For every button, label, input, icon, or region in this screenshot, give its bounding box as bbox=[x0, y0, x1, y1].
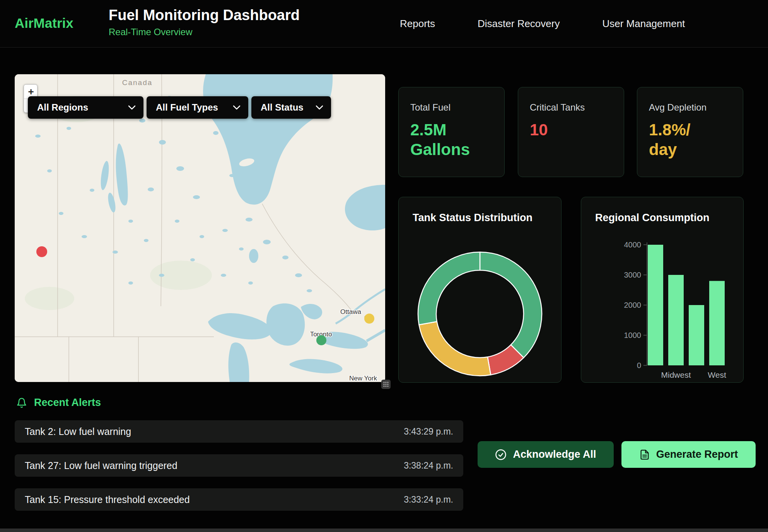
check-circle-icon bbox=[495, 449, 507, 460]
nav-user-management[interactable]: User Management bbox=[602, 18, 685, 30]
nav-reports[interactable]: Reports bbox=[400, 18, 435, 30]
chevron-down-icon bbox=[233, 105, 241, 110]
chevron-down-icon bbox=[128, 105, 136, 110]
region-filter-select[interactable]: All Regions bbox=[28, 96, 143, 119]
stat-label: Total Fuel bbox=[410, 102, 493, 113]
main-nav: Reports Disaster Recovery User Managemen… bbox=[400, 0, 685, 48]
svg-text:2000: 2000 bbox=[624, 301, 642, 309]
alert-row[interactable]: Tank 27: Low fuel warning triggered 3:38… bbox=[15, 454, 463, 477]
map-marker-warning[interactable] bbox=[364, 314, 374, 324]
svg-text:0: 0 bbox=[637, 361, 641, 370]
title-block: Fuel Monitoring Dashboard Real-Time Over… bbox=[109, 7, 300, 38]
bottom-scrollbar-track[interactable] bbox=[0, 529, 768, 532]
stat-card-avg-depletion: Avg Depletion 1.8%/ day bbox=[637, 87, 743, 177]
acknowledge-all-button[interactable]: Acknowledge All bbox=[478, 441, 614, 468]
svg-text:1000: 1000 bbox=[624, 331, 642, 339]
app-root: AirMatrix Fuel Monitoring Dashboard Real… bbox=[0, 0, 768, 532]
alert-timestamp: 3:43:29 p.m. bbox=[404, 426, 453, 437]
map-forest-patch bbox=[25, 287, 74, 310]
nav-disaster-recovery[interactable]: Disaster Recovery bbox=[478, 18, 560, 30]
alert-message: Tank 15: Pressure threshold exceeded bbox=[25, 494, 190, 505]
stat-card-total-fuel: Total Fuel 2.5M Gallons bbox=[398, 87, 505, 177]
stat-value: 2.5M Gallons bbox=[410, 120, 493, 159]
header: AirMatrix Fuel Monitoring Dashboard Real… bbox=[0, 0, 768, 48]
generate-report-button[interactable]: Generate Report bbox=[621, 441, 756, 468]
regional-consumption-bar-chart: 01000200030004000MidwestWest bbox=[581, 197, 744, 383]
svg-text:3000: 3000 bbox=[624, 271, 642, 279]
chevron-down-icon bbox=[316, 105, 323, 110]
svg-text:4000: 4000 bbox=[624, 240, 642, 249]
tank-status-card: Tank Status Distribution bbox=[398, 197, 561, 383]
page-title: Fuel Monitoring Dashboard bbox=[109, 7, 300, 24]
alert-message: Tank 27: Low fuel warning triggered bbox=[25, 460, 177, 471]
map-marker-normal[interactable] bbox=[316, 335, 326, 345]
region-filter-value: All Regions bbox=[37, 102, 88, 113]
regional-consumption-card: Regional Consumption 01000200030004000Mi… bbox=[581, 197, 744, 383]
alert-timestamp: 3:33:24 p.m. bbox=[404, 494, 453, 505]
stat-value: 10 bbox=[530, 120, 612, 140]
grip-dots-icon bbox=[383, 382, 389, 387]
acknowledge-all-label: Acknowledge All bbox=[513, 448, 596, 460]
map-canvas: Canada Ottawa Toronto New York bbox=[15, 74, 385, 382]
recent-alerts-heading: Recent Alerts bbox=[16, 397, 101, 409]
fuel-type-filter-value: All Fuel Types bbox=[156, 102, 218, 113]
stat-value: 1.8%/ day bbox=[649, 120, 731, 159]
report-document-icon bbox=[639, 449, 650, 460]
alert-timestamp: 3:38:24 p.m. bbox=[404, 460, 453, 471]
fuel-type-filter-select[interactable]: All Fuel Types bbox=[147, 96, 248, 119]
alert-row[interactable]: Tank 15: Pressure threshold exceeded 3:3… bbox=[15, 488, 463, 511]
status-filter-select[interactable]: All Status bbox=[251, 96, 331, 119]
tank-status-title: Tank Status Distribution bbox=[413, 212, 547, 224]
alert-message: Tank 2: Low fuel warning bbox=[25, 426, 131, 437]
generate-report-label: Generate Report bbox=[656, 448, 738, 460]
svg-text:Midwest: Midwest bbox=[661, 370, 691, 379]
stat-label: Avg Depletion bbox=[649, 102, 731, 113]
map-panel[interactable]: Canada Ottawa Toronto New York + − All R… bbox=[15, 74, 385, 382]
map-marker-critical[interactable] bbox=[36, 246, 47, 257]
regional-consumption-title: Regional Consumption bbox=[595, 212, 729, 224]
page-subtitle: Real-Time Overview bbox=[109, 27, 300, 38]
resize-handle[interactable] bbox=[381, 380, 391, 389]
map-filter-bar: All Regions All Fuel Types All Status bbox=[28, 96, 331, 119]
bell-icon bbox=[16, 397, 27, 408]
recent-alerts-title: Recent Alerts bbox=[34, 397, 101, 409]
stat-card-critical-tanks: Critical Tanks 10 bbox=[518, 87, 624, 177]
map-label-ottawa: Ottawa bbox=[340, 308, 361, 315]
svg-text:West: West bbox=[708, 370, 726, 379]
map-label-new-york: New York bbox=[349, 375, 377, 382]
alert-row[interactable]: Tank 2: Low fuel warning 3:43:29 p.m. bbox=[15, 420, 463, 443]
map-lake bbox=[249, 249, 258, 263]
status-filter-value: All Status bbox=[261, 102, 304, 113]
stat-label: Critical Tanks bbox=[530, 102, 612, 113]
map-label-canada: Canada bbox=[122, 78, 153, 87]
brand-logo[interactable]: AirMatrix bbox=[15, 15, 73, 31]
tank-status-donut-chart bbox=[414, 248, 546, 380]
